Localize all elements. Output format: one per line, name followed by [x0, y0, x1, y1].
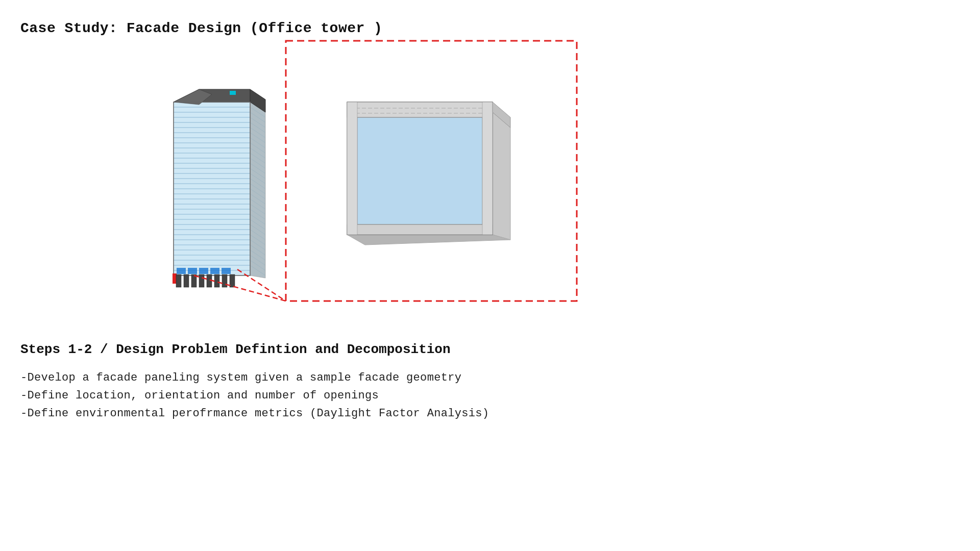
svg-marker-97 — [493, 102, 510, 128]
svg-marker-94 — [347, 224, 493, 235]
svg-rect-75 — [191, 274, 197, 287]
svg-line-65 — [250, 260, 265, 270]
svg-line-64 — [250, 255, 265, 265]
step-item-2: -Define location, orientation and number… — [20, 389, 489, 402]
svg-line-59 — [250, 230, 265, 240]
svg-line-56 — [250, 214, 265, 224]
svg-line-49 — [250, 179, 265, 189]
svg-rect-77 — [207, 274, 212, 287]
svg-line-40 — [250, 133, 265, 143]
svg-marker-87 — [493, 112, 510, 240]
svg-rect-83 — [199, 268, 208, 274]
svg-line-45 — [250, 158, 265, 168]
svg-line-39 — [250, 128, 265, 138]
svg-line-44 — [250, 153, 265, 163]
svg-line-54 — [250, 204, 265, 214]
svg-line-63 — [250, 250, 265, 260]
step-item-3: -Define environmental perofrmance metric… — [20, 407, 489, 420]
svg-marker-88 — [347, 235, 510, 245]
svg-line-38 — [250, 122, 265, 133]
svg-line-37 — [250, 117, 265, 128]
steps-list: -Develop a facade paneling system given … — [20, 371, 489, 420]
svg-rect-85 — [222, 268, 231, 274]
svg-line-41 — [250, 138, 265, 148]
svg-line-46 — [250, 163, 265, 173]
svg-line-51 — [250, 189, 265, 199]
svg-rect-78 — [214, 274, 219, 287]
svg-rect-96 — [482, 102, 493, 235]
svg-marker-0 — [250, 102, 265, 278]
svg-rect-86 — [286, 41, 577, 301]
svg-marker-89 — [347, 102, 493, 235]
svg-line-53 — [250, 199, 265, 209]
page-title: Case Study: Facade Design (Office tower … — [20, 20, 382, 36]
svg-line-42 — [250, 143, 265, 153]
svg-line-57 — [250, 219, 265, 230]
svg-marker-68 — [250, 89, 265, 112]
diagram-svg — [0, 0, 612, 337]
svg-rect-71 — [174, 102, 250, 276]
svg-rect-80 — [230, 274, 235, 287]
svg-line-99 — [237, 269, 286, 301]
svg-line-35 — [250, 107, 265, 117]
steps-title: Steps 1-2 / Design Problem Defintion and… — [20, 342, 489, 357]
svg-rect-70 — [230, 91, 236, 95]
svg-line-50 — [250, 184, 265, 194]
svg-line-43 — [250, 148, 265, 158]
svg-rect-95 — [347, 102, 357, 235]
svg-line-55 — [250, 209, 265, 219]
svg-line-48 — [250, 173, 265, 184]
svg-line-66 — [250, 265, 265, 276]
svg-rect-81 — [177, 268, 186, 274]
svg-rect-74 — [184, 274, 189, 287]
svg-marker-91 — [347, 102, 493, 117]
svg-line-52 — [250, 194, 265, 204]
svg-rect-1 — [174, 102, 250, 276]
svg-rect-82 — [188, 268, 197, 274]
svg-rect-72 — [173, 273, 177, 284]
svg-rect-79 — [222, 274, 227, 287]
svg-marker-69 — [174, 89, 212, 105]
step-item-1: -Develop a facade paneling system given … — [20, 371, 489, 384]
steps-section: Steps 1-2 / Design Problem Defintion and… — [20, 342, 489, 425]
svg-line-58 — [250, 224, 265, 235]
svg-line-61 — [250, 240, 265, 250]
svg-line-60 — [250, 235, 265, 245]
svg-line-98 — [194, 276, 286, 301]
svg-marker-90 — [357, 117, 482, 224]
svg-marker-67 — [174, 89, 250, 102]
svg-rect-76 — [199, 274, 204, 287]
svg-rect-84 — [210, 268, 219, 274]
svg-line-36 — [250, 112, 265, 122]
svg-line-47 — [250, 168, 265, 179]
svg-rect-73 — [176, 274, 181, 287]
svg-line-62 — [250, 245, 265, 255]
